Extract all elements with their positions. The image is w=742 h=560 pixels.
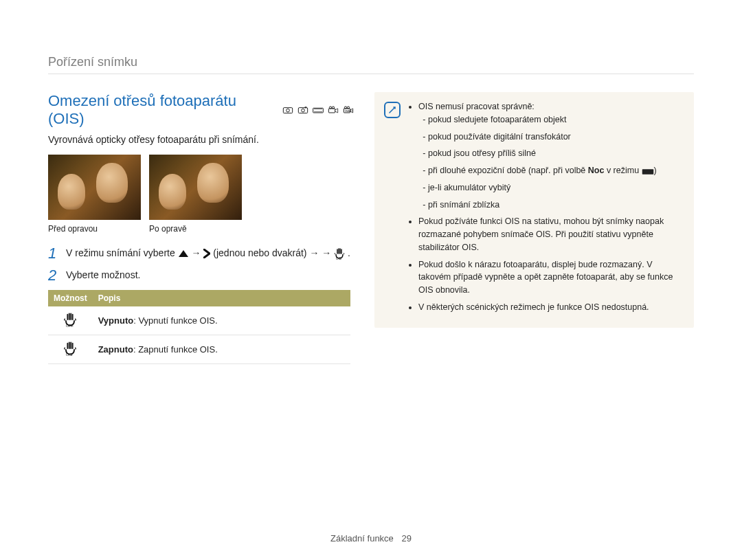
intro-text: Vyrovnává opticky otřesy fotoaparátu při… (48, 133, 354, 146)
svg-rect-6 (328, 109, 335, 113)
step-1-text: V režimu snímání vyberte → (jednou nebo … (66, 246, 354, 261)
column-right: OIS nemusí pracovat správně: pokud sledu… (374, 92, 694, 364)
options-table: Možnost Popis OFF Vypnuto: Vypnutí funkc… (48, 290, 350, 364)
photo-before-block: Před opravou (48, 155, 141, 234)
note-item-1-lead: OIS nemusí pracovat správně: (418, 102, 535, 111)
ois-on-desc: Zapnuto: Zapnutí funkce OIS. (93, 335, 350, 363)
step-1-number: 1 (48, 246, 58, 261)
note-item-3: Pokud došlo k nárazu fotoaparátu, disple… (418, 258, 684, 297)
photo-after-block: Po opravě (149, 155, 242, 234)
note-sub-4-post: ) (654, 166, 657, 175)
photo-pair: Před opravou Po opravě (48, 155, 354, 234)
mode-scene-icon (313, 105, 324, 115)
steps: 1 V režimu snímání vyberte → (jednou neb… (48, 246, 354, 283)
step-1-part-1: → (192, 247, 204, 258)
table-row: OFF Vypnuto: Vypnutí funkce OIS. (48, 306, 350, 335)
mode-smart-icon: SMART (343, 105, 354, 115)
mode-program-icon (297, 105, 308, 115)
page-footer: Základní funkce 29 (0, 533, 742, 544)
ois-on-text: : Zapnutí funkce OIS. (133, 344, 218, 355)
ois-on-label: Zapnuto (98, 344, 133, 355)
note-sub-5: je-li akumulátor vybitý (428, 181, 684, 194)
step-2-number: 2 (48, 268, 58, 283)
table-row: OIS Zapnuto: Zapnutí funkce OIS. (48, 335, 350, 363)
mode-icons: SMART (282, 105, 354, 115)
svg-rect-16 (642, 169, 653, 175)
mode-auto-icon (282, 105, 293, 115)
note-item-4: V některých scénických režimech je funkc… (418, 301, 684, 314)
note-sub-4: při dlouhé expoziční době (např. při vol… (428, 164, 684, 177)
ois-on-icon: OIS (63, 341, 77, 356)
step-2: 2 Vyberte možnost. (48, 268, 354, 283)
step-1-part-3: . (348, 247, 350, 258)
svg-text:OFF: OFF (66, 324, 74, 327)
note-item-1: OIS nemusí pracovat správně: pokud sledu… (418, 100, 684, 211)
title-row: Omezení otřesů fotoaparátu (OIS) SMART (48, 92, 354, 128)
svg-text:OIS: OIS (336, 257, 341, 260)
svg-rect-4 (305, 107, 307, 108)
note-sub-1: pokud sledujete fotoaparátem objekt (428, 113, 684, 126)
ois-off-cell: OFF (48, 306, 93, 335)
note-sub-6: při snímání zblízka (428, 199, 684, 212)
footer-label: Základní funkce (330, 533, 394, 544)
step-1-part-1b: → (322, 247, 334, 258)
svg-text:OIS: OIS (66, 352, 73, 356)
step-1-part-2: (jednou nebo dvakrát) → (213, 247, 322, 258)
step-1: 1 V režimu snímání vyberte → (jednou neb… (48, 246, 354, 261)
options-header-desc: Popis (93, 290, 350, 306)
note-sub-2: pokud používáte digitální transfokátor (428, 131, 684, 144)
options-header-option: Možnost (48, 290, 93, 306)
svg-point-1 (286, 109, 290, 112)
note-box: OIS nemusí pracovat správně: pokud sledu… (374, 92, 694, 328)
scene-mode-icon (642, 167, 654, 175)
ois-hand-icon: OIS (334, 247, 345, 260)
footer-page: 29 (401, 533, 411, 544)
ois-off-label: Vypnuto (98, 315, 134, 326)
section-title: Omezení otřesů fotoaparátu (OIS) (48, 92, 276, 128)
mode-movie-icon (328, 105, 339, 115)
right-chevron-icon (203, 249, 210, 258)
photo-before-image (48, 155, 141, 220)
content-columns: Omezení otřesů fotoaparátu (OIS) SMART V… (48, 92, 694, 364)
step-2-text: Vyberte možnost. (66, 268, 354, 283)
note-sub-4-mid: v režimu (604, 166, 641, 175)
page: Pořízení snímku Omezení otřesů fotoapará… (0, 0, 742, 560)
svg-point-3 (302, 109, 305, 112)
note-badge-icon (384, 102, 401, 118)
ois-on-cell: OIS (48, 335, 93, 363)
ois-off-icon: OFF (63, 312, 77, 327)
step-1-part-0: V režimu snímání vyberte (66, 247, 178, 258)
photo-after-caption: Po opravě (149, 224, 242, 234)
up-arrow-icon (178, 249, 189, 258)
photo-before-caption: Před opravou (48, 224, 141, 234)
note-sub-4-bold: Noc (588, 166, 605, 175)
column-left: Omezení otřesů fotoaparátu (OIS) SMART V… (48, 92, 354, 364)
ois-off-text: : Vypnutí funkce OIS. (133, 315, 217, 326)
note-content: OIS nemusí pracovat správně: pokud sledu… (409, 100, 684, 318)
photo-after-image (149, 155, 242, 220)
ois-off-desc: Vypnuto: Vypnutí funkce OIS. (93, 306, 350, 335)
breadcrumb: Pořízení snímku (48, 55, 694, 74)
note-item-2: Pokud požíváte funkci OIS na stativu, mo… (418, 215, 684, 254)
svg-text:SMART: SMART (345, 110, 353, 113)
note-sub-3: pokud jsou otřesy příliš silné (428, 147, 684, 160)
note-sub-4-pre: při dlouhé expoziční době (např. při vol… (428, 166, 588, 175)
